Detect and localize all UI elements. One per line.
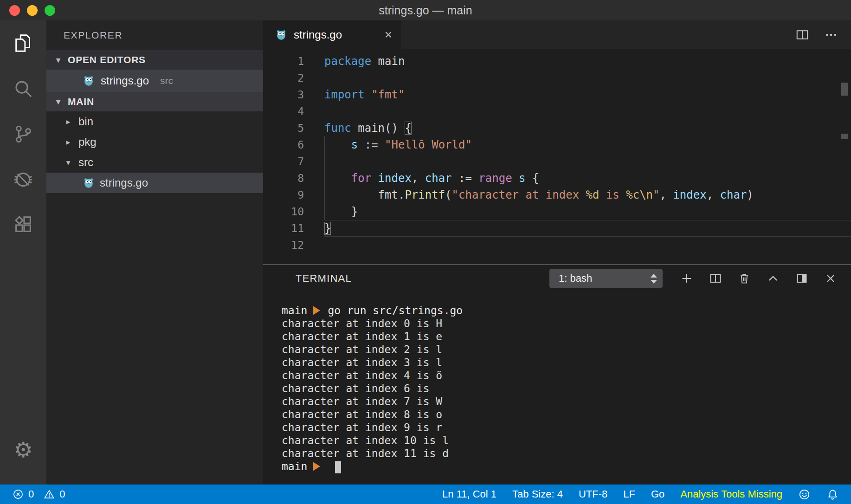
split-editor-button[interactable]	[795, 28, 809, 42]
maximize-panel-button[interactable]	[767, 272, 780, 285]
code-line-6[interactable]: 6 s := "Hellõ World"	[263, 136, 851, 153]
split-terminal-icon	[709, 272, 722, 285]
line-number: 8	[263, 170, 304, 187]
tab-size[interactable]: Tab Size: 4	[512, 488, 563, 500]
warning-icon	[43, 488, 55, 500]
notifications-bell-button[interactable]	[826, 488, 839, 501]
close-panel-button[interactable]	[824, 272, 837, 285]
chevron-down-icon: ▾	[63, 158, 73, 168]
code-line-8[interactable]: 8 for index, char := range s {	[263, 170, 851, 187]
activity-search-button[interactable]	[0, 66, 46, 111]
select-arrows-icon	[651, 274, 657, 284]
editor-code-area[interactable]: 1package main23import "fmt"45func main()…	[263, 49, 851, 264]
close-tab-icon[interactable]: ×	[385, 28, 392, 41]
git-branch-icon	[13, 123, 34, 145]
terminal-shell-select[interactable]: 1: bash	[549, 269, 663, 288]
explorer-sidebar: EXPLORER ▾ OPEN EDITORS strings.go src ▾…	[46, 20, 263, 485]
traffic-lights	[0, 5, 55, 16]
terminal-output-line: character at index 3 is l	[282, 356, 851, 369]
warning-count: 0	[59, 488, 65, 500]
line-content	[324, 70, 851, 86]
tree-item-strings-go[interactable]: strings.go	[46, 173, 263, 193]
code-line-10[interactable]: 10 }	[263, 203, 851, 220]
eol-sequence[interactable]: LF	[623, 488, 635, 500]
code-line-1[interactable]: 1package main	[263, 53, 851, 70]
new-terminal-button[interactable]	[680, 272, 693, 285]
toggle-panel-layout-button[interactable]	[795, 272, 808, 285]
status-bar-right: Ln 11, Col 1 Tab Size: 4 UTF-8 LF Go Ana…	[442, 488, 839, 501]
tree-item-label: bin	[78, 115, 93, 128]
tab-strings-go[interactable]: strings.go ×	[263, 20, 401, 49]
terminal-panel: TERMINAL 1: bash	[263, 264, 851, 485]
chevron-up-icon	[767, 272, 780, 285]
chevron-right-icon: ▸	[63, 117, 73, 127]
code-line-11[interactable]: 11}	[263, 220, 851, 237]
terminal-command: go run src/strings.go	[328, 304, 463, 317]
more-actions-button[interactable]	[824, 28, 838, 42]
split-terminal-button[interactable]	[709, 272, 722, 285]
open-editor-item-strings-go[interactable]: strings.go src	[46, 70, 263, 92]
code-line-4[interactable]: 4	[263, 103, 851, 120]
activity-extensions-button[interactable]	[0, 202, 46, 248]
sidebar-title: EXPLORER	[46, 20, 263, 50]
titlebar: strings.go — main	[0, 0, 851, 20]
code-line-9[interactable]: 9 fmt.Printf("character at index %d is %…	[263, 187, 851, 203]
minimize-window-button[interactable]	[27, 5, 38, 16]
feedback-smiley-button[interactable]	[798, 488, 811, 501]
go-file-icon	[275, 29, 287, 41]
line-content	[324, 103, 851, 120]
code-lines: 1package main23import "fmt"45func main()…	[263, 53, 851, 253]
code-line-5[interactable]: 5func main() {	[263, 120, 851, 136]
prompt-arrow-icon	[313, 462, 320, 471]
encoding[interactable]: UTF-8	[579, 488, 607, 500]
problems-errors[interactable]: 0	[12, 488, 34, 500]
plus-icon	[680, 272, 693, 285]
tree-item-bin[interactable]: ▸bin	[46, 111, 263, 132]
settings-button[interactable]: ⚙	[0, 427, 46, 472]
line-content	[324, 237, 851, 253]
terminal-output[interactable]: maingo run src/strings.gocharacter at in…	[263, 292, 851, 485]
line-number: 6	[263, 136, 304, 153]
ellipsis-icon	[824, 28, 838, 42]
debug-icon	[13, 169, 34, 190]
activity-bar: ⚙	[0, 20, 46, 485]
code-line-12[interactable]: 12	[263, 237, 851, 253]
kill-terminal-button[interactable]	[738, 272, 751, 285]
open-editors-section-header[interactable]: ▾ OPEN EDITORS	[46, 50, 263, 70]
line-content: package main	[324, 53, 851, 70]
code-line-2[interactable]: 2	[263, 70, 851, 86]
analysis-tools-warning[interactable]: Analysis Tools Missing	[680, 488, 782, 500]
tab-label: strings.go	[294, 28, 342, 41]
line-number: 3	[263, 86, 304, 103]
line-content: import "fmt"	[324, 86, 851, 103]
terminal-output-line: character at index 11 is d	[282, 447, 851, 460]
code-line-3[interactable]: 3import "fmt"	[263, 86, 851, 103]
smiley-icon	[798, 488, 811, 501]
close-window-button[interactable]	[9, 5, 20, 16]
tree-item-pkg[interactable]: ▸pkg	[46, 132, 263, 152]
activity-explorer-button[interactable]	[0, 20, 46, 66]
terminal-actions	[680, 272, 837, 285]
line-content	[324, 153, 851, 170]
editor-actions	[795, 20, 851, 49]
activity-debug-button[interactable]	[0, 157, 46, 202]
overview-ruler-mark	[841, 134, 848, 139]
shell-select-value: 1: bash	[559, 272, 592, 284]
language-mode[interactable]: Go	[651, 488, 664, 500]
cursor-position[interactable]: Ln 11, Col 1	[442, 488, 496, 500]
line-content: fmt.Printf("character at index %d is %c\…	[324, 187, 851, 203]
main-folder-section-header[interactable]: ▾ MAIN	[46, 92, 263, 111]
problems-warnings[interactable]: 0	[43, 488, 65, 500]
tree-item-src[interactable]: ▾src	[46, 152, 263, 173]
terminal-cursor	[335, 461, 341, 473]
terminal-output-line: character at index 4 is õ	[282, 369, 851, 382]
zoom-window-button[interactable]	[45, 5, 55, 16]
tree-item-label: strings.go	[100, 176, 148, 189]
code-line-7[interactable]: 7	[263, 153, 851, 170]
line-number: 5	[263, 120, 304, 136]
terminal-output-line: character at index 1 is e	[282, 330, 851, 343]
editor-group: strings.go × 1	[263, 20, 851, 485]
terminal-prompt-line: main	[282, 460, 851, 473]
bell-icon	[826, 488, 839, 501]
activity-source-control-button[interactable]	[0, 111, 46, 157]
